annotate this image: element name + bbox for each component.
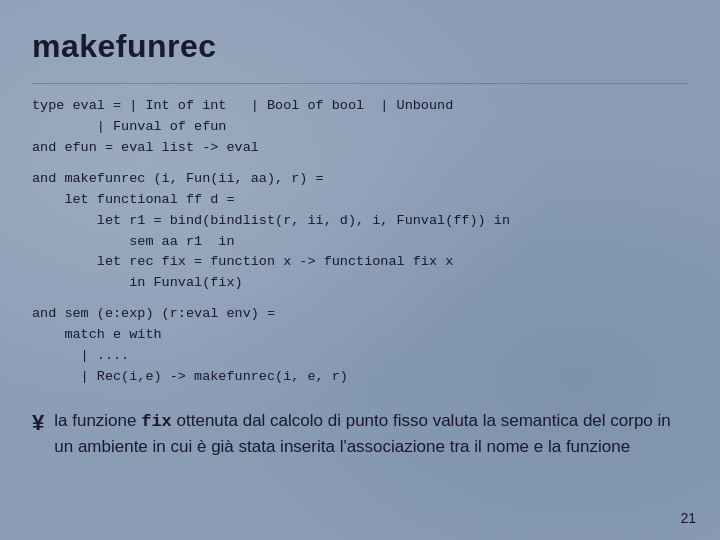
slide-title: makefunrec bbox=[32, 28, 688, 65]
divider bbox=[32, 83, 688, 84]
bullet-text-before: la funzione bbox=[54, 411, 141, 430]
bullet-section: ¥ la funzione fix ottenuta dal calcolo d… bbox=[32, 408, 688, 460]
bullet-code-inline: fix bbox=[141, 412, 172, 431]
bullet-symbol: ¥ bbox=[32, 410, 44, 436]
slide-number: 21 bbox=[680, 510, 696, 526]
code-block-1: type eval = | Int of int | Bool of bool … bbox=[32, 96, 688, 159]
code-block-3: and sem (e:exp) (r:eval env) = match e w… bbox=[32, 304, 688, 388]
bullet-text: la funzione fix ottenuta dal calcolo di … bbox=[54, 408, 688, 460]
code-block-2: and makefunrec (i, Fun(ii, aa), r) = let… bbox=[32, 169, 688, 295]
slide: makefunrec type eval = | Int of int | Bo… bbox=[0, 0, 720, 540]
